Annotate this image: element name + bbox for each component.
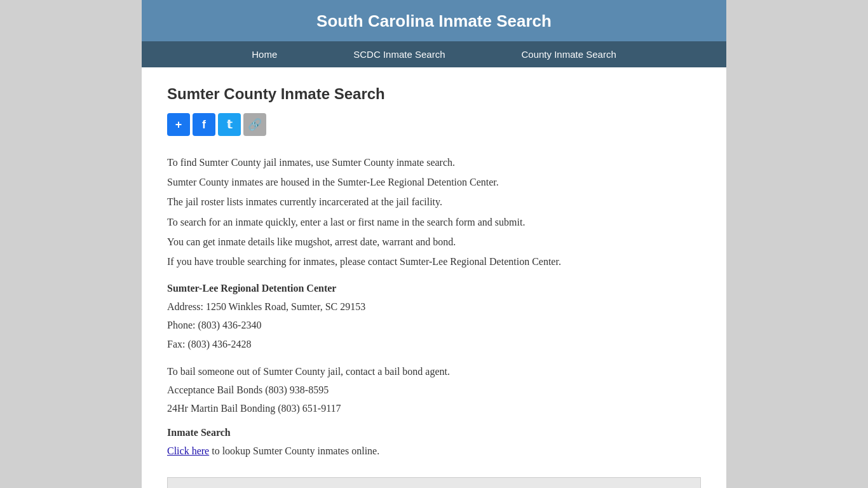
inmate-search-text: Click here to lookup Sumter County inmat… [167,442,701,459]
facebook-button[interactable]: f [193,113,215,136]
site-header: South Carolina Inmate Search [142,0,726,41]
page-title: Sumter County Inmate Search [167,85,701,103]
twitter-button[interactable]: 𝕥 [218,113,241,136]
bail-section: To bail someone out of Sumter County jai… [167,363,701,417]
nav-home[interactable]: Home [214,41,315,67]
bail-bond-1: Acceptance Bail Bonds (803) 938-8595 [167,381,701,398]
intro-text: To find Sumter County jail inmates, use … [167,154,701,270]
facility-name: Sumter-Lee Regional Detention Center [167,283,701,294]
copy-link-button[interactable]: 🔗 [243,113,266,136]
facility-section: Sumter-Lee Regional Detention Center Add… [167,283,701,353]
nav-scdc[interactable]: SCDC Inmate Search [315,41,483,67]
facility-address: Address: 1250 Winkles Road, Sumter, SC 2… [167,298,701,315]
inmate-search-section: Inmate Search Click here to lookup Sumte… [167,427,701,459]
main-nav: Home SCDC Inmate Search County Inmate Se… [142,41,726,67]
social-buttons: + f 𝕥 🔗 [167,113,701,136]
inmate-search-heading: Inmate Search [167,427,701,438]
main-content: Sumter County Inmate Search + f 𝕥 🔗 To f… [142,67,726,488]
site-title: South Carolina Inmate Search [142,11,726,31]
share-button[interactable]: + [167,113,190,136]
facility-fax: Fax: (803) 436-2428 [167,336,701,353]
bail-intro: To bail someone out of Sumter County jai… [167,363,701,380]
nav-county[interactable]: County Inmate Search [484,41,654,67]
facility-phone: Phone: (803) 436-2340 [167,316,701,334]
inmate-search-after-link: to lookup Sumter County inmates online. [209,445,379,456]
bail-bond-2: 24Hr Martin Bail Bonding (803) 651-9117 [167,400,701,417]
click-here-link[interactable]: Click here [167,445,209,456]
county-section: County inmate search in South Carolina A… [167,477,701,488]
